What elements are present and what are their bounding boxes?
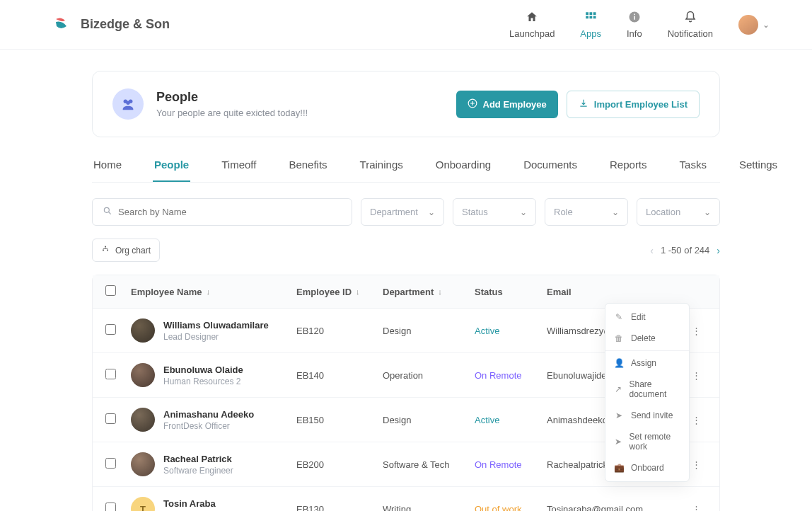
select-all-checkbox[interactable] bbox=[105, 285, 116, 296]
trash-icon: 🗑 bbox=[614, 333, 624, 343]
employee-avatar bbox=[131, 363, 155, 387]
employee-id: EB130 bbox=[296, 504, 383, 512]
search-input[interactable] bbox=[118, 207, 342, 217]
row-checkbox[interactable] bbox=[105, 413, 116, 424]
col-status[interactable]: Status bbox=[475, 287, 547, 297]
tab-benefits[interactable]: Benefits bbox=[287, 159, 328, 182]
nav-launchpad[interactable]: Launchpad bbox=[509, 10, 555, 39]
plus-icon bbox=[468, 98, 477, 110]
context-menu: ✎Edit 🗑Delete 👤Assign ↗Share document ➤S… bbox=[605, 303, 690, 482]
svg-rect-5 bbox=[593, 16, 596, 19]
employee-name: Animashanu Adeeko bbox=[163, 409, 254, 420]
row-actions-button[interactable]: ⋮ bbox=[685, 504, 707, 512]
employee-id: EB200 bbox=[296, 459, 383, 470]
page-prev[interactable]: ‹ bbox=[650, 245, 654, 256]
brand: Bizedge & Son bbox=[52, 16, 170, 33]
menu-assign[interactable]: 👤Assign bbox=[605, 352, 689, 374]
page-title: People bbox=[156, 90, 308, 105]
employee-avatar bbox=[131, 408, 155, 432]
table-row: Williams Oluwadamilare Lead Designer EB1… bbox=[93, 309, 719, 353]
org-chart-button[interactable]: Org chart bbox=[92, 239, 160, 262]
employee-dept: Writing bbox=[383, 504, 475, 512]
employee-email: Tosinaraba@gmail.com bbox=[547, 504, 685, 512]
divider bbox=[605, 350, 689, 351]
page-subtitle: Your people are quite exicted today!!! bbox=[156, 108, 308, 118]
send-icon: ➤ bbox=[614, 410, 624, 420]
sort-icon: ↓ bbox=[438, 287, 442, 296]
employee-status: Active bbox=[475, 326, 547, 336]
employee-role: Software Engineer bbox=[163, 466, 233, 476]
tab-reports[interactable]: Reports bbox=[608, 159, 649, 182]
menu-remote[interactable]: ➤Set remote work bbox=[605, 426, 689, 457]
employee-name: Tosin Araba bbox=[163, 498, 225, 509]
import-employee-button[interactable]: Import Employee List bbox=[567, 91, 700, 118]
chevron-down-icon: ⌄ bbox=[612, 207, 619, 217]
user-avatar bbox=[738, 15, 758, 35]
page-next[interactable]: › bbox=[717, 245, 720, 256]
col-email[interactable]: Email bbox=[547, 287, 685, 297]
chevron-down-icon: ⌄ bbox=[520, 207, 527, 217]
menu-delete[interactable]: 🗑Delete bbox=[605, 328, 689, 349]
chevron-down-icon: ⌄ bbox=[704, 207, 711, 217]
search-input-wrap[interactable] bbox=[92, 198, 352, 226]
nav-apps[interactable]: Apps bbox=[580, 10, 601, 39]
svg-rect-4 bbox=[590, 16, 593, 19]
svg-point-13 bbox=[104, 207, 109, 212]
tab-documents[interactable]: Documents bbox=[522, 159, 579, 182]
tab-trainings[interactable]: Trainings bbox=[359, 159, 405, 182]
search-icon bbox=[103, 206, 112, 218]
briefcase-icon: 💼 bbox=[614, 463, 624, 473]
bell-icon bbox=[683, 10, 697, 24]
employee-name: Ebunoluwa Olaide bbox=[163, 364, 243, 375]
col-dept[interactable]: Department↓ bbox=[383, 287, 475, 297]
tab-timeoff[interactable]: Timeoff bbox=[220, 159, 257, 182]
tab-people[interactable]: People bbox=[153, 159, 190, 182]
tab-settings[interactable]: Settings bbox=[738, 159, 779, 182]
svg-point-16 bbox=[107, 250, 108, 251]
svg-rect-8 bbox=[634, 14, 635, 16]
filter-role[interactable]: Role⌄ bbox=[545, 198, 628, 226]
filter-location[interactable]: Location⌄ bbox=[637, 198, 720, 226]
svg-rect-3 bbox=[586, 16, 588, 19]
col-id[interactable]: Employee ID↓ bbox=[296, 287, 383, 297]
svg-rect-0 bbox=[586, 12, 588, 15]
brand-logo bbox=[52, 16, 69, 33]
add-employee-button[interactable]: Add Employee bbox=[456, 91, 558, 118]
row-checkbox[interactable] bbox=[105, 503, 116, 511]
employee-name: Racheal Patrick bbox=[163, 454, 233, 464]
employee-id: EB120 bbox=[296, 326, 383, 336]
filters: Department⌄ Status⌄ Role⌄ Location⌄ bbox=[92, 198, 720, 226]
info-icon bbox=[627, 10, 642, 24]
row-checkbox[interactable] bbox=[105, 369, 116, 379]
share-icon: ↗ bbox=[614, 384, 622, 394]
tabs: Home People Timeoff Benefits Trainings O… bbox=[92, 159, 720, 183]
menu-share[interactable]: ↗Share document bbox=[605, 374, 689, 405]
menu-edit[interactable]: ✎Edit bbox=[605, 306, 689, 328]
pagination: ‹ 1 -50 of 244 › bbox=[650, 245, 720, 256]
tab-onboarding[interactable]: Onboarding bbox=[434, 159, 492, 182]
row-checkbox[interactable] bbox=[105, 458, 116, 469]
tab-tasks[interactable]: Tasks bbox=[678, 159, 708, 182]
pagination-text: 1 -50 of 244 bbox=[661, 245, 709, 256]
employee-dept: Design bbox=[383, 415, 475, 425]
svg-point-15 bbox=[103, 250, 104, 251]
employee-id: EB140 bbox=[296, 370, 383, 381]
employee-avatar bbox=[131, 452, 155, 476]
svg-point-11 bbox=[126, 101, 130, 105]
menu-invite[interactable]: ➤Send invite bbox=[605, 405, 689, 426]
filter-status[interactable]: Status⌄ bbox=[453, 198, 536, 226]
row-checkbox[interactable] bbox=[105, 324, 116, 335]
employee-role: Lead Designer bbox=[163, 332, 269, 342]
nav-info[interactable]: Info bbox=[627, 10, 642, 39]
col-name[interactable]: Employee Name↓ bbox=[131, 287, 296, 297]
employee-role: Human Resources 2 bbox=[163, 377, 243, 386]
chevron-down-icon: ⌄ bbox=[428, 207, 435, 217]
menu-onboard[interactable]: 💼Onboard bbox=[605, 457, 689, 478]
employee-dept: Operation bbox=[383, 370, 475, 381]
nav-notification[interactable]: Notification bbox=[668, 10, 713, 39]
user-menu[interactable]: ⌄ bbox=[738, 15, 770, 35]
filter-department[interactable]: Department⌄ bbox=[361, 198, 444, 226]
people-icon bbox=[112, 88, 144, 120]
sort-icon: ↓ bbox=[356, 287, 360, 296]
tab-home[interactable]: Home bbox=[92, 159, 123, 182]
